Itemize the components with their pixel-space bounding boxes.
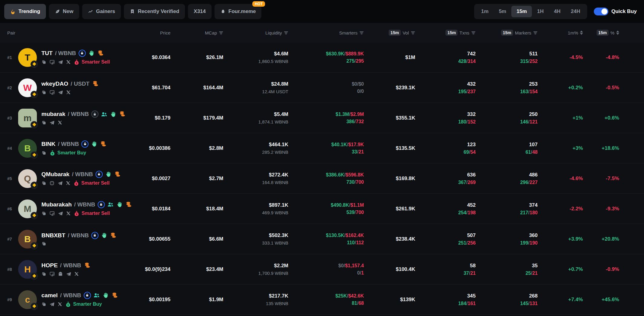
pair-cell: #6 M Mubarakah / WBNB $Smarter Sell [7,199,132,218]
token-name[interactable]: BNBXBT [41,232,65,239]
x-icon[interactable] [66,211,71,216]
telegram-icon[interactable] [49,301,55,307]
quick-buy-toggle[interactable]: Quick Buy [594,8,637,15]
bot-icon[interactable] [49,180,55,186]
table-row[interactable]: #8 H HOPE / WBNB $0.0{9}234 $23.4M $2.2M… [0,254,644,285]
x-icon[interactable] [66,90,71,95]
header-1m-pct[interactable]: 1m% [538,30,583,35]
tab-new[interactable]: New [49,4,79,19]
token-name[interactable]: mubarak [41,111,65,117]
table-row[interactable]: #7 B BNBXBT / WBNB $0.00655 $6.6M $502.3… [0,224,644,254]
liquidity-token: 12.4M USDT [262,89,288,94]
website-icon[interactable] [49,211,55,216]
filter-icon[interactable] [533,31,538,35]
filter-icon[interactable] [284,31,288,35]
token-name[interactable]: wkeyDAO [41,81,68,87]
header-txns[interactable]: 15mTxns [415,30,476,36]
x-icon[interactable] [57,120,62,125]
tab-x314[interactable]: X314 [188,4,212,19]
timeframe-5m[interactable]: 5m [494,6,512,17]
markers-buys: 146 [520,119,528,124]
x-icon[interactable] [66,60,71,64]
copy-icon[interactable] [41,302,47,307]
table-row[interactable]: #5 Q QMubarak / WBNB $Smarter Sell $0.00… [0,163,644,194]
x-icon[interactable] [66,181,70,186]
token-name[interactable]: HOPE [41,262,58,269]
rank-label: #9 [7,297,18,302]
smarters-cell: $1.3M/$2.9M 386/732 [336,112,364,124]
telegram-icon[interactable] [49,120,55,125]
timeframe-24H[interactable]: 24H [566,6,585,17]
telegram-icon[interactable] [58,211,63,216]
topbar-right: 1m5m15m1H4H24H Quick Buy [474,4,637,19]
txns-cell: 58 37/21 [464,263,476,276]
smart-buy-label[interactable]: $Smarter Buy [65,301,102,308]
table-row[interactable]: #4 B BINK / WBNB $Smarter Buy $0.00386 $… [0,133,644,163]
timeframe-1m[interactable]: 1m [476,6,494,17]
pair-cell: #8 H HOPE / WBNB [7,260,91,279]
telegram-icon[interactable] [66,271,71,277]
telegram-icon[interactable] [58,90,63,95]
moneybag-sell-icon: $ [73,210,80,217]
table-row[interactable]: #3 m mubarak / WBNB $0.179 $179.4M $5.4M… [0,103,644,133]
x-icon[interactable] [74,272,79,276]
sort-icon[interactable] [580,31,583,35]
smart-sell-label[interactable]: $Smarter Sell [73,180,109,186]
sort-icon[interactable] [616,31,619,35]
website-icon[interactable] [49,272,55,277]
ghost-icon[interactable] [58,271,63,277]
filter-icon[interactable] [471,31,476,35]
website-icon[interactable] [49,90,55,95]
filter-icon[interactable] [219,31,223,35]
copy-icon[interactable] [41,90,47,95]
tab-trending[interactable]: Trending [4,4,46,19]
timeframe-chip: 15m [597,30,609,36]
token-name[interactable]: camel [41,292,58,299]
table-row[interactable]: #9 c camel / WBNB $Smarter Buy $0.00195 … [0,285,644,315]
filter-icon[interactable] [411,31,415,35]
token-name[interactable]: QMubarak [41,171,70,178]
smarters-sells: 732 [356,119,364,124]
filter-icon[interactable] [359,31,364,35]
token-name[interactable]: TUT [41,50,53,57]
header-price[interactable]: Price [128,30,170,35]
copy-icon[interactable] [41,120,47,125]
header-smarters[interactable]: Smarters [288,30,364,35]
smarters-buy-usd: $1.3M [336,112,349,117]
x-icon[interactable] [57,302,62,307]
table-row[interactable]: #2 W wkeyDAO / USDT $61.704 $164.4M $24.… [0,73,644,103]
telegram-icon[interactable] [58,59,63,65]
header-markers[interactable]: 15mMarkers [476,30,538,36]
table-row[interactable]: #1 T TUT / WBNB $Smarter Sell $0.0364 $2… [0,42,644,73]
hand-icon [102,292,109,299]
header-liquidity[interactable]: Liquidity [223,30,288,35]
header-15m-pct[interactable]: 15m% [583,30,619,36]
header-vol[interactable]: 15mVol [364,30,415,36]
timeframe-15m[interactable]: 15m [511,6,532,17]
smart-buy-label[interactable]: $Smarter Buy [49,150,86,156]
telegram-icon[interactable] [57,180,63,186]
txns-buys: 367 [458,180,466,185]
timeframe-4H[interactable]: 4H [549,6,566,17]
tab-gainers[interactable]: Gainers [82,4,121,19]
txns-buys: 195 [458,89,466,94]
toggle-switch[interactable] [594,8,608,15]
copy-icon[interactable] [41,272,47,277]
website-icon[interactable] [49,60,55,65]
tab-four-meme[interactable]: Four.memeHOT [215,4,262,19]
copy-icon[interactable] [41,211,47,216]
token-name[interactable]: Mubarakah [41,201,72,208]
table-row[interactable]: #6 M Mubarakah / WBNB $Smarter Sell $0.0… [0,194,644,224]
header-mcap[interactable]: MCap [170,30,223,35]
svg-text:$: $ [52,152,53,155]
token-name[interactable]: BINK [41,141,55,147]
smart-sell-label[interactable]: $Smarter Sell [73,210,110,217]
timeframe-1H[interactable]: 1H [532,6,549,17]
copy-icon[interactable] [41,150,47,156]
copy-icon[interactable] [41,181,47,186]
smart-sell-label[interactable]: $Smarter Sell [73,59,110,65]
markers-buys: 199 [520,240,528,245]
copy-icon[interactable] [41,60,47,65]
tab-recently-verified[interactable]: Recently Verified [124,4,185,19]
copy-icon[interactable] [41,241,47,246]
